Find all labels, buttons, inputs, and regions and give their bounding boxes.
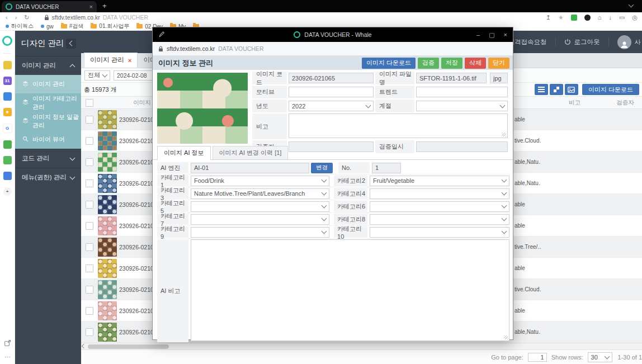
file-ext-input[interactable]: [490, 73, 508, 83]
whale-logo-icon[interactable]: [2, 36, 12, 46]
tab-ai-info[interactable]: 이미지 AI 정보: [157, 146, 211, 160]
modal-image-download-button[interactable]: 이미지 다운로드: [362, 58, 416, 69]
row-checkbox[interactable]: [86, 179, 93, 187]
sidebar-item[interactable]: 이미지 관리: [15, 75, 81, 93]
bookmark-item[interactable]: #검색: [61, 22, 84, 30]
user-menu[interactable]: 사: [609, 35, 642, 49]
browser-tab[interactable]: DATA VOUCHER ×: [2, 1, 97, 12]
category-select-8[interactable]: [370, 214, 509, 225]
bookmark-item[interactable]: gw: [41, 23, 54, 30]
thumbnail-image[interactable]: [98, 110, 117, 129]
scope-select[interactable]: 전체: [84, 70, 110, 81]
delete-button[interactable]: 삭제: [465, 58, 486, 69]
close-icon[interactable]: ×: [504, 31, 507, 39]
row-checkbox[interactable]: [86, 328, 93, 336]
google-app-icon[interactable]: G: [3, 124, 12, 133]
image-code-input[interactable]: [289, 73, 374, 83]
tab-ai-history[interactable]: 이미지 AI 변경 이력 [1]: [213, 146, 289, 159]
sidebar-section-2[interactable]: 메뉴(권한) 관리: [15, 168, 81, 187]
ai-engine-input[interactable]: AI-01: [191, 163, 309, 173]
category-select-10[interactable]: [370, 227, 509, 238]
sidebar-collapse-button[interactable]: [66, 39, 76, 49]
row-checkbox[interactable]: [86, 201, 93, 209]
external-link-icon[interactable]: [4, 339, 11, 347]
row-checkbox[interactable]: [86, 286, 93, 294]
logout-button[interactable]: 로그아웃: [556, 38, 608, 46]
filename-input[interactable]: [416, 73, 487, 83]
list-view-button[interactable]: [535, 84, 548, 95]
category-select-4[interactable]: [370, 188, 509, 199]
new-tab-button[interactable]: +: [102, 2, 107, 10]
more-dots-icon[interactable]: ⋯: [4, 353, 11, 361]
bookmark-item[interactable]: 하이웍스: [6, 22, 34, 30]
tabstrip-chevron-icon[interactable]: [629, 2, 634, 8]
thumbnail-image[interactable]: [98, 195, 117, 214]
category-select-7[interactable]: [191, 214, 329, 225]
row-checkbox[interactable]: [86, 222, 93, 230]
category-select-5[interactable]: [191, 201, 329, 212]
forward-icon[interactable]: ›: [15, 14, 17, 21]
year-select[interactable]: 2022: [289, 101, 374, 111]
image-view-button[interactable]: [565, 84, 578, 95]
page-number-input[interactable]: [528, 353, 547, 362]
home-icon[interactable]: ⌂: [598, 14, 602, 21]
category-select-2[interactable]: Fruit/Vegetable: [370, 176, 509, 186]
thumbnail-image[interactable]: [98, 174, 117, 193]
reload-icon[interactable]: ↻: [24, 14, 29, 21]
row-checkbox[interactable]: [86, 307, 93, 315]
category-select-9[interactable]: [191, 227, 329, 238]
tab-close-icon[interactable]: ×: [128, 57, 132, 64]
tab-image-management[interactable]: 이미지 관리 ×: [84, 53, 138, 68]
pin-icon[interactable]: [158, 31, 164, 39]
thumbnail-image[interactable]: [98, 323, 117, 342]
season-select[interactable]: [416, 101, 508, 111]
thumbnail-image[interactable]: [98, 153, 117, 172]
thumbnail-image[interactable]: [98, 238, 117, 257]
verify-button[interactable]: 검증: [418, 58, 439, 69]
grid-view-button[interactable]: [550, 84, 563, 95]
row-checkbox[interactable]: [86, 264, 93, 272]
column-header-verifier[interactable]: 검증자: [608, 97, 642, 108]
ai-no-input[interactable]: 1: [372, 163, 401, 173]
calendar-app-icon[interactable]: 31: [3, 77, 12, 85]
download-icon[interactable]: ↓: [608, 14, 612, 21]
scroll-left-icon[interactable]: [82, 344, 86, 348]
share-icon[interactable]: ↥: [546, 14, 551, 21]
sidebar-item[interactable]: 이미지 카테고리 관리: [15, 93, 81, 112]
drive-app-icon[interactable]: [3, 156, 12, 164]
row-checkbox[interactable]: [86, 116, 93, 124]
select-all-checkbox[interactable]: [86, 99, 93, 107]
thumbnail-image[interactable]: [98, 131, 117, 150]
sidebar-section-0[interactable]: 이미지 관리: [15, 56, 81, 75]
chart-app-icon[interactable]: [3, 140, 12, 149]
maximize-icon[interactable]: ▢: [489, 31, 494, 39]
note-textarea[interactable]: [289, 114, 508, 138]
folder-app-icon[interactable]: [3, 61, 12, 69]
save-button[interactable]: 저장: [441, 58, 462, 69]
thumbnail-image[interactable]: [98, 280, 117, 299]
bookmark-star-icon[interactable]: ★: [558, 14, 564, 21]
scrollbar-thumb[interactable]: [88, 344, 169, 349]
add-app-icon[interactable]: +: [3, 187, 12, 196]
address-bar[interactable]: sftdv.textilem.co.kr DATA VOUCHER: [44, 14, 148, 21]
sidebar-panel-icon[interactable]: ▭: [619, 14, 625, 21]
motive-input[interactable]: [289, 87, 374, 97]
horizontal-scrollbar[interactable]: [81, 343, 642, 349]
row-checkbox[interactable]: [86, 158, 93, 166]
ai-engine-change-button[interactable]: 변경: [311, 163, 333, 173]
photos-app-icon[interactable]: [3, 92, 12, 101]
popup-title-bar[interactable]: DATA VOUCHER - Whale – ▢ ×: [153, 27, 513, 42]
row-checkbox[interactable]: [86, 137, 93, 145]
column-header-note[interactable]: 비고: [541, 97, 608, 108]
date-from-input[interactable]: [114, 70, 156, 81]
search-circle-icon[interactable]: ◎: [632, 14, 638, 21]
thumbnail-image[interactable]: [98, 301, 117, 320]
thumbnail-image[interactable]: [98, 259, 117, 278]
close-button[interactable]: 닫기: [488, 58, 509, 69]
category-select-1[interactable]: Food/Drink: [191, 176, 329, 186]
sidebar-section-1[interactable]: 코드 관리: [15, 149, 81, 168]
ai-note-textarea[interactable]: [191, 239, 509, 341]
trend-input[interactable]: [416, 87, 508, 97]
extension-icon[interactable]: [571, 15, 577, 21]
tab-close-icon[interactable]: ×: [89, 3, 93, 10]
